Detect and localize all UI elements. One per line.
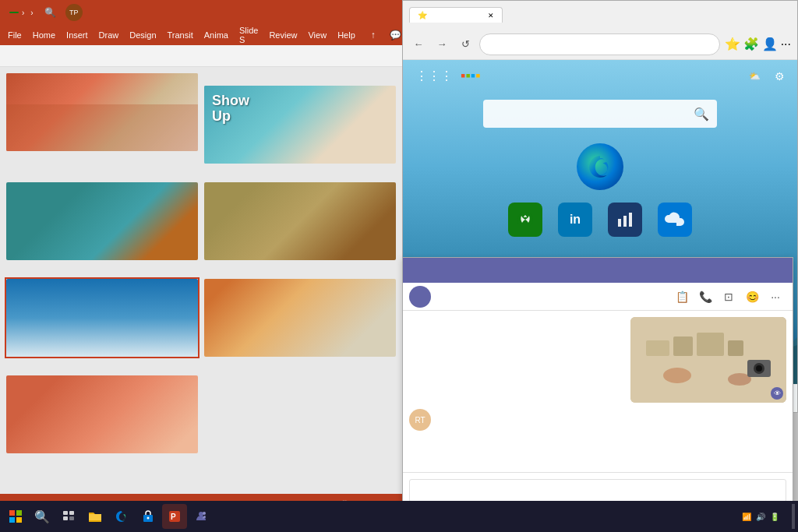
shortcut-onedrive[interactable] — [658, 203, 692, 240]
emoji-btn[interactable]: 😊 — [741, 286, 763, 308]
message-body — [437, 409, 786, 410]
slide-item-2[interactable]: ShowUp — [204, 86, 396, 164]
slide-thumb-2: ShowUp — [204, 86, 396, 164]
shortcut-woodgrove[interactable] — [608, 203, 642, 240]
svg-rect-9 — [697, 333, 724, 356]
sender-avatar: RT — [409, 409, 431, 431]
svg-rect-5 — [629, 213, 632, 227]
share-icon[interactable]: ↑ — [366, 28, 380, 42]
back-btn[interactable]: ← — [409, 35, 428, 54]
message-row: RT — [409, 409, 786, 431]
forward-btn[interactable]: → — [433, 35, 451, 54]
slide-item-1[interactable] — [6, 73, 198, 164]
taskbar-taskview-btn[interactable] — [56, 504, 81, 529]
autosave-toggle[interactable] — [9, 12, 19, 13]
slide-thumb-6 — [204, 279, 396, 357]
shortcut-linkedin[interactable]: in — [558, 203, 592, 240]
slide-item-4[interactable] — [204, 182, 396, 260]
menu-file[interactable]: File — [3, 29, 26, 41]
compose-input-area[interactable] — [409, 479, 786, 502]
seen-icon: 👁 — [774, 389, 781, 397]
taskbar-search-btn[interactable]: 🔍 — [30, 504, 55, 529]
menu-view[interactable]: View — [303, 29, 331, 41]
slide-item-5[interactable] — [6, 279, 198, 357]
svg-rect-18 — [9, 517, 15, 523]
xbox-icon — [508, 203, 542, 237]
action-buttons: 📋 📞 ⊡ 😊 ··· — [671, 286, 786, 308]
slide-item-7[interactable] — [6, 375, 198, 453]
search-submit-icon[interactable]: 🔍 — [694, 107, 709, 122]
call-btn[interactable]: 📞 — [694, 286, 716, 308]
menu-review[interactable]: Review — [264, 29, 302, 41]
menu-insert[interactable]: Insert — [62, 29, 93, 41]
new-tab-btn[interactable] — [506, 13, 515, 16]
menu-design[interactable]: Design — [125, 29, 161, 41]
slide-2-text: ShowUp — [212, 93, 249, 125]
teams-titlebar — [403, 258, 793, 283]
ppt-menubar: File Home Insert Draw Design Transit Ani… — [0, 25, 402, 45]
svg-rect-22 — [63, 516, 68, 520]
close-tab-btn[interactable]: ✕ — [488, 12, 494, 19]
taskbar-teams-btn[interactable] — [189, 504, 214, 529]
teams-window: 📋 📞 ⊡ 😊 ··· — [402, 257, 793, 530]
svg-text:P: P — [171, 513, 176, 521]
menu-anima[interactable]: Anima — [200, 29, 233, 41]
ms-logo: ▪▪▪▪ — [461, 68, 484, 84]
svg-rect-23 — [69, 516, 74, 520]
ms-weather: ⛅ — [749, 71, 764, 82]
linkedin-icon: in — [558, 203, 592, 237]
svg-rect-17 — [16, 510, 22, 516]
svg-point-29 — [203, 512, 206, 515]
taskbar-explorer-btn[interactable] — [83, 504, 108, 529]
ms-apps-icon[interactable]: ⋮⋮⋮ — [415, 69, 453, 83]
profile-icon[interactable]: 👤 — [762, 37, 778, 51]
refresh-btn[interactable]: ↺ — [456, 35, 475, 54]
svg-rect-4 — [623, 216, 627, 227]
onedrive-icon — [658, 203, 692, 237]
svg-rect-21 — [69, 511, 74, 515]
ms-header: ⋮⋮⋮ ▪▪▪▪ ⛅ ⚙ — [403, 60, 797, 92]
svg-rect-19 — [16, 517, 22, 523]
taskbar-powerpoint-btn[interactable]: P — [162, 504, 187, 529]
ppt-search-icon[interactable]: 🔍 — [44, 7, 56, 18]
taskbar: 🔍 P 📶 🔊 🔋 — [0, 501, 798, 532]
edge-tab-newtab[interactable]: ⭐ ✕ — [409, 7, 503, 23]
more-actions-btn[interactable]: ··· — [764, 286, 786, 308]
slide-thumb-3 — [6, 182, 198, 260]
menu-draw[interactable]: Draw — [94, 29, 124, 41]
slide-thumb-5 — [6, 279, 198, 357]
taskbar-edge-btn[interactable] — [109, 504, 134, 529]
slide-item-3[interactable] — [6, 182, 198, 260]
edge-toolbar: ← → ↺ ⭐ 🧩 👤 ··· — [403, 29, 797, 60]
start-button[interactable] — [3, 504, 28, 529]
tab-favicon: ⭐ — [418, 11, 427, 19]
ms-shortcuts: in — [508, 203, 692, 240]
menu-home[interactable]: Home — [28, 29, 60, 41]
teams-toolbar: 📋 📞 ⊡ 😊 ··· — [403, 283, 793, 311]
slide-panel: ShowUp — [0, 67, 402, 494]
menu-transit[interactable]: Transit — [163, 29, 198, 41]
svg-rect-8 — [673, 336, 693, 356]
video-btn[interactable]: ⊡ — [718, 286, 740, 308]
extensions-icon[interactable]: 🧩 — [743, 37, 759, 51]
svg-rect-3 — [618, 219, 621, 227]
copy-btn[interactable]: 📋 — [671, 286, 693, 308]
favorites-icon[interactable]: ⭐ — [725, 37, 740, 51]
shared-image: 👁 — [630, 317, 786, 403]
slides-grid: ShowUp — [6, 73, 396, 453]
slide-item-6[interactable] — [204, 279, 396, 357]
menu-help[interactable]: Help — [333, 29, 360, 41]
ppt-content: ShowUp — [0, 67, 402, 494]
slide-thumb-1 — [6, 73, 198, 151]
chevron-icon: › — [22, 9, 24, 17]
taskbar-store-btn[interactable] — [136, 504, 161, 529]
volume-icon: 🔊 — [756, 513, 765, 521]
ms-settings-btn[interactable]: ⚙ — [775, 70, 785, 83]
ms-search-bar[interactable]: 🔍 — [483, 100, 717, 128]
show-desktop-btn[interactable] — [792, 504, 795, 529]
shortcut-xbox[interactable] — [508, 203, 542, 240]
more-btn[interactable]: ··· — [781, 37, 791, 51]
address-bar[interactable] — [479, 33, 720, 55]
search-container: 🔍 — [483, 100, 717, 128]
menu-slidesh[interactable]: Slide S — [235, 24, 263, 46]
